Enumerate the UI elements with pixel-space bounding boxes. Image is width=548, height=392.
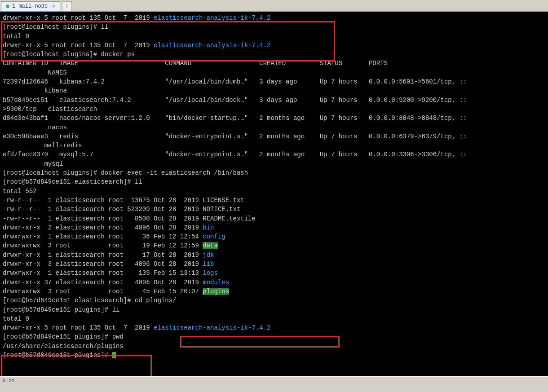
docker-row: >9300/tcp elasticsearch xyxy=(3,106,97,113)
dir-line: drwxrwxrwx 3 root root 45 Feb 15 20:07 xyxy=(3,288,203,295)
dir-line: drwxrwxrwx 3 root root 19 Feb 12 12:59 xyxy=(3,242,203,249)
prompt: [root@localhost plugins]# xyxy=(3,23,101,31)
docker-row: kibana xyxy=(3,87,67,94)
output: total 0 xyxy=(3,33,29,40)
output: total 552 xyxy=(3,188,37,195)
dir-line: drwxrwxr-x 1 elasticsearch root 36 Feb 1… xyxy=(3,233,203,240)
status-time: 0:22 xyxy=(3,378,14,383)
dir-line: drwxr-xr-x 3 elasticsearch root 4096 Oct… xyxy=(3,260,203,268)
command: docker exec -it elasticsearch /bin/bash xyxy=(101,169,248,176)
dir-line: drwxr-xr-x 5 root root 135 Oct 7 2019 xyxy=(3,324,154,331)
dir-line: drwxr-xr-x 2 elasticsearch root 4096 Oct… xyxy=(3,224,203,231)
dir-name: modules xyxy=(203,279,229,286)
add-tab-button[interactable]: + xyxy=(62,1,72,11)
prompt: [root@localhost plugins]# xyxy=(3,169,101,176)
status-dot-icon xyxy=(6,4,9,8)
command: cd plugins/ xyxy=(135,297,176,304)
status-bar: 0:22 xyxy=(0,376,548,386)
command: ll xyxy=(112,306,120,313)
output: total 0 xyxy=(3,315,29,322)
dir-name: bin xyxy=(203,224,214,231)
dir-name: plugins xyxy=(203,288,229,295)
prompt: [root@b57d849ce151 plugins]# xyxy=(3,352,112,359)
dir-name: logs xyxy=(203,269,218,277)
tabs-bar: 1 mall-node ✕ + xyxy=(0,0,548,12)
prompt: [root@localhost plugins]# xyxy=(3,51,101,58)
docker-row: nacos xyxy=(3,124,67,131)
cursor-icon xyxy=(112,352,116,358)
dir-name: data xyxy=(203,242,218,249)
file-line: -rw-r--r-- 1 elasticsearch root 523209 O… xyxy=(3,206,240,213)
dir-name: lib xyxy=(203,260,214,268)
tab-mall-node[interactable]: 1 mall-node ✕ xyxy=(1,1,60,11)
file-line: -rw-r--r-- 1 elasticsearch root 13675 Oc… xyxy=(3,197,244,204)
docker-header: CONTAINER ID IMAGE COMMAND CREATED STATU… xyxy=(3,60,388,67)
docker-row: b57d849ce151 elasticsearch:7.4.2 "/usr/l… xyxy=(3,97,467,104)
docker-row: efd7facc8370 mysql:5.7 "docker-entrypoin… xyxy=(3,151,467,158)
dir-name: jdk xyxy=(203,251,214,259)
dir-name: elasticsearch-analysis-ik-7.4.2 xyxy=(154,42,270,49)
prompt: [root@b57d849ce151 plugins]# xyxy=(3,306,112,313)
ls-line: drwxr-xr-x 5 root root 135 Oct 7 2019 xyxy=(3,42,154,49)
prompt: [root@b57d849ce151 elasticsearch]# xyxy=(3,297,135,304)
command: ll xyxy=(101,23,108,31)
docker-header: NAMES xyxy=(3,69,67,76)
docker-row: mysql xyxy=(3,160,63,167)
ls-line: drwxr-xr-x 5 root root 135 Oct 7 2019 xyxy=(3,14,154,22)
dir-line: drwxr-xr-x 1 elasticsearch root 17 Oct 2… xyxy=(3,251,203,259)
tab-label: 1 mall-node xyxy=(12,3,48,9)
close-icon[interactable]: ✕ xyxy=(52,3,55,9)
dir-name: config xyxy=(203,233,225,240)
prompt: [root@b57d849ce151 plugins]# xyxy=(3,333,112,340)
terminal-output[interactable]: drwxr-xr-x 5 root root 135 Oct 7 2019 el… xyxy=(0,12,548,376)
dir-name: elasticsearch-analysis-ik-7.4.2 xyxy=(154,324,270,331)
dir-name: elasticsearch-analysis-ik-7.4.2 xyxy=(154,14,270,22)
pwd-output: /usr/share/elasticsearch/plugins xyxy=(3,343,124,350)
command: docker ps xyxy=(101,51,135,58)
dir-line: drwxr-xr-x 37 elasticsearch root 4096 Oc… xyxy=(3,279,203,286)
file-line: -rw-r--r-- 1 elasticsearch root 8500 Oct… xyxy=(3,215,256,222)
docker-row: 72397d126646 kibana:7.4.2 "/usr/local/bi… xyxy=(3,78,467,85)
docker-row: e30c598baae3 redis "docker-entrypoint.s…… xyxy=(3,133,467,140)
docker-row: d84d3e43baf1 nacos/nacos-server:1.2.0 "b… xyxy=(3,115,467,122)
docker-row: mall-redis xyxy=(3,142,82,149)
highlight-box-2 xyxy=(180,336,340,348)
dir-line: drwxrwxr-x 1 elasticsearch root 139 Feb … xyxy=(3,269,203,277)
command: pwd xyxy=(112,333,124,340)
command: ll xyxy=(135,178,142,185)
prompt: [root@b57d849ce151 elasticsearch]# xyxy=(3,178,135,185)
